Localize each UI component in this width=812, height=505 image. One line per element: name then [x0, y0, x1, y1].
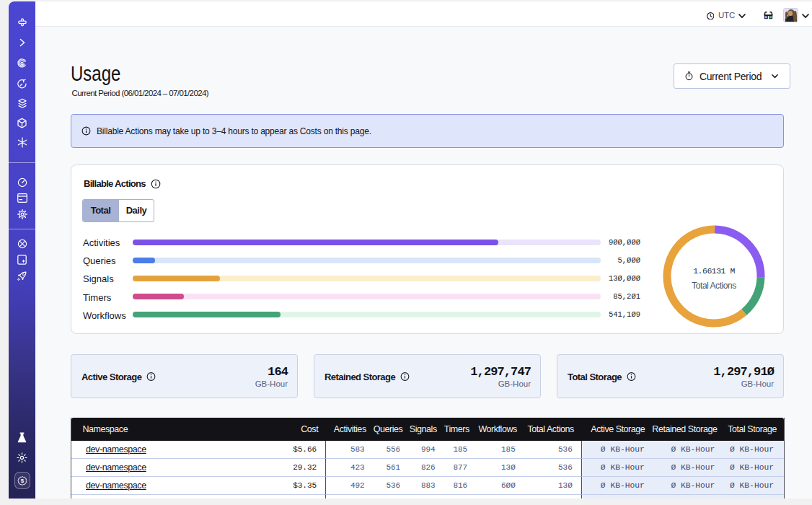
svg-text:$: $ [20, 478, 24, 484]
